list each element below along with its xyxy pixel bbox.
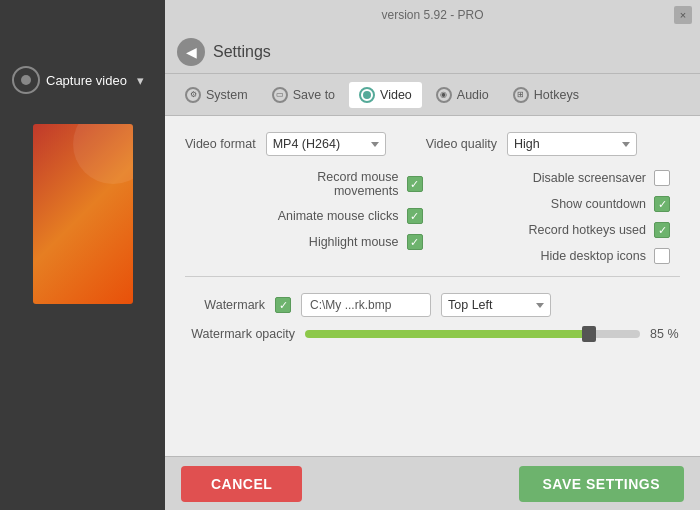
video-format-label: Video format [185,137,256,151]
section-divider [185,276,680,277]
tab-audio-label: Audio [457,88,489,102]
main-panel: version 5.92 - PRO × ◀ Settings ⚙ System… [165,0,700,510]
back-button[interactable]: ◀ [177,38,205,66]
opacity-row: Watermark opacity 85 % [185,327,680,341]
record-mouse-row: Record mousemovements [317,170,422,198]
watermark-position-select[interactable]: Top Left [441,293,551,317]
opacity-slider[interactable] [305,330,640,338]
video-quality-value: High [514,137,616,151]
show-countdown-row: Show countdown [551,196,670,212]
sidebar: ▶ Capture video ▾ [0,0,165,510]
animate-mouse-label: Animate mouse clicks [278,209,399,223]
sidebar-thumbnail [33,124,133,304]
tabs-bar: ⚙ System ▭ Save to Video ◉ Audio ⊞ Hotke… [165,74,700,116]
record-hotkeys-row: Record hotkeys used [529,222,670,238]
capture-label: Capture video [46,73,127,88]
settings-title: Settings [213,43,271,61]
record-hotkeys-label: Record hotkeys used [529,223,646,237]
tab-audio[interactable]: ◉ Audio [426,82,499,108]
tab-save-to[interactable]: ▭ Save to [262,82,345,108]
tab-system-label: System [206,88,248,102]
watermark-path[interactable]: C:\My ...rk.bmp [301,293,431,317]
highlight-mouse-checkbox[interactable] [407,234,423,250]
tab-hotkeys[interactable]: ⊞ Hotkeys [503,82,589,108]
video-quality-select[interactable]: High [507,132,637,156]
bottom-bar: CANCEL SAVE SETTINGS [165,456,700,510]
tab-video-label: Video [380,88,412,102]
titlebar: version 5.92 - PRO × [165,0,700,30]
watermark-position-arrow [536,303,544,308]
record-mouse-checkbox[interactable] [407,176,423,192]
video-quality-label: Video quality [426,137,497,151]
watermark-position-value: Top Left [448,298,530,312]
video-format-select[interactable]: MP4 (H264) [266,132,386,156]
highlight-mouse-label: Highlight mouse [309,235,399,249]
highlight-mouse-row: Highlight mouse [309,234,423,250]
tab-hotkeys-label: Hotkeys [534,88,579,102]
show-countdown-label: Show countdown [551,197,646,211]
settings-header: ◀ Settings [165,30,700,74]
animate-mouse-checkbox[interactable] [407,208,423,224]
hotkeys-tab-icon: ⊞ [513,87,529,103]
opacity-value: 85 % [650,327,680,341]
tab-video[interactable]: Video [349,82,422,108]
show-countdown-checkbox[interactable] [654,196,670,212]
cancel-button[interactable]: CANCEL [181,466,302,502]
opacity-thumb[interactable] [582,326,596,342]
back-icon: ◀ [186,44,197,60]
video-format-arrow [371,142,379,147]
video-format-value: MP4 (H264) [273,137,365,151]
capture-circle-icon [12,66,40,94]
watermark-checkbox[interactable] [275,297,291,313]
tab-save-label: Save to [293,88,335,102]
save-tab-icon: ▭ [272,87,288,103]
capture-dropdown-arrow[interactable]: ▾ [137,73,144,88]
disable-screensaver-row: Disable screensaver [533,170,670,186]
disable-screensaver-label: Disable screensaver [533,171,646,185]
save-button[interactable]: SAVE SETTINGS [519,466,684,502]
animate-mouse-row: Animate mouse clicks [278,208,423,224]
hide-desktop-label: Hide desktop icons [540,249,646,263]
watermark-label: Watermark [185,298,265,312]
hide-desktop-row: Hide desktop icons [540,248,670,264]
format-quality-row: Video format MP4 (H264) Video quality Hi… [185,132,680,156]
hide-desktop-checkbox[interactable] [654,248,670,264]
record-hotkeys-checkbox[interactable] [654,222,670,238]
disable-screensaver-checkbox[interactable] [654,170,670,186]
opacity-label: Watermark opacity [185,327,295,341]
version-text: version 5.92 - PRO [381,8,483,22]
system-tab-icon: ⚙ [185,87,201,103]
capture-video-control[interactable]: Capture video ▾ [0,66,165,94]
close-button[interactable]: × [674,6,692,24]
video-tab-icon [359,87,375,103]
audio-tab-icon: ◉ [436,87,452,103]
video-quality-arrow [622,142,630,147]
content-area: Video format MP4 (H264) Video quality Hi… [165,116,700,456]
record-mouse-label: Record mousemovements [317,170,398,198]
watermark-row: Watermark C:\My ...rk.bmp Top Left [185,293,680,317]
tab-system[interactable]: ⚙ System [175,82,258,108]
